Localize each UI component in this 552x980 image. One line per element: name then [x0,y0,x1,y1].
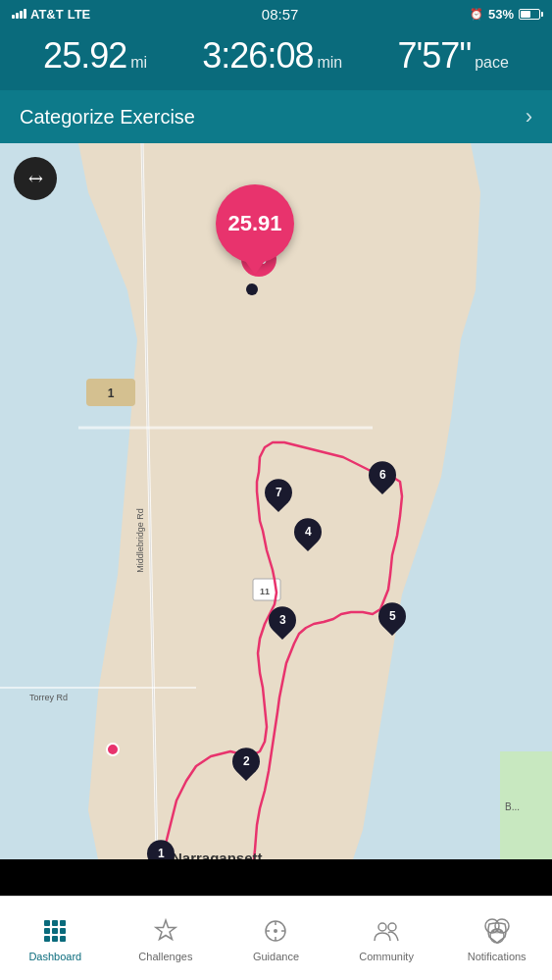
categorize-bar[interactable]: Categorize Exercise › [0,90,552,143]
nav-item-community[interactable]: Community [331,907,442,970]
categorize-label: Categorize Exercise [20,106,195,129]
svg-text:1: 1 [108,387,115,400]
distance-metric: 25.92 mi [43,35,147,77]
pace-metric: 7'57" pace [397,35,508,77]
community-label: Community [359,951,414,962]
nav-item-notifications[interactable]: Notifications [441,907,552,970]
svg-point-34 [499,929,502,932]
nav-item-dashboard[interactable]: Dashboard [0,907,111,970]
nav-item-guidance[interactable]: Guidance [221,907,331,970]
svg-rect-12 [52,920,58,926]
start-dot [106,743,120,756]
svg-rect-18 [52,936,58,942]
pace-value: 7'57" [397,35,471,77]
dashboard-label: Dashboard [28,951,81,962]
svg-rect-11 [44,920,50,926]
svg-point-26 [378,923,386,931]
middlebridge-road-label: Middlebridge Rd [135,508,145,573]
notifications-icon [481,915,513,947]
svg-rect-16 [60,928,66,934]
notifications-label: Notifications [468,951,527,962]
chevron-right-icon: › [526,104,532,129]
bottom-nav: Dashboard Challenges Guidance [0,896,552,980]
challenges-label: Challenges [138,951,192,962]
dashboard-icon [39,915,71,947]
svg-point-32 [491,929,494,932]
community-icon [371,915,402,947]
svg-rect-19 [60,936,66,942]
svg-point-21 [274,929,277,933]
expand-icon: ⤢ [23,166,48,191]
status-bar: AT&T LTE 08:57 ⏰ 53% [0,0,552,27]
svg-rect-14 [44,928,50,934]
distance-unit: mi [130,54,147,72]
distance-bubble-value: 25.91 [227,211,281,236]
duration-value: 3:26:08 [202,35,313,77]
battery-percent: 53% [488,7,514,22]
torrey-road-label: Torrey Rd [29,693,68,702]
network: LTE [68,7,91,22]
metrics-bar: 25.92 mi 3:26:08 min 7'57" pace [0,27,552,90]
battery-icon [519,9,540,20]
carrier: AT&T [30,7,64,22]
svg-point-33 [495,929,498,932]
duration-unit: min [317,54,342,72]
narragansett-label: Narragansett [172,850,263,859]
guidance-label: Guidance [253,951,299,962]
signal-bars [12,9,26,19]
status-left: AT&T LTE [12,7,90,22]
challenges-icon [150,915,181,947]
current-position-dot [246,284,258,295]
svg-rect-13 [60,920,66,926]
nav-item-challenges[interactable]: Challenges [111,907,222,970]
svg-text:11: 11 [260,587,270,596]
pace-unit: pace [475,54,509,72]
status-right: ⏰ 53% [470,7,540,22]
expand-button[interactable]: ⤢ [14,157,57,200]
svg-rect-15 [52,928,58,934]
distance-bubble: 25.91 [216,184,294,263]
alarm-icon: ⏰ [470,8,483,21]
duration-metric: 3:26:08 min [202,35,342,77]
guidance-icon [260,915,291,947]
svg-point-27 [388,923,396,931]
time: 08:57 [262,6,299,23]
svg-rect-17 [44,936,50,942]
distance-value: 25.92 [43,35,126,77]
svg-text:B...: B... [505,801,520,812]
map-container[interactable]: 1 B... 11 Middlebridge Rd Torrey Rd Narr… [0,143,552,859]
